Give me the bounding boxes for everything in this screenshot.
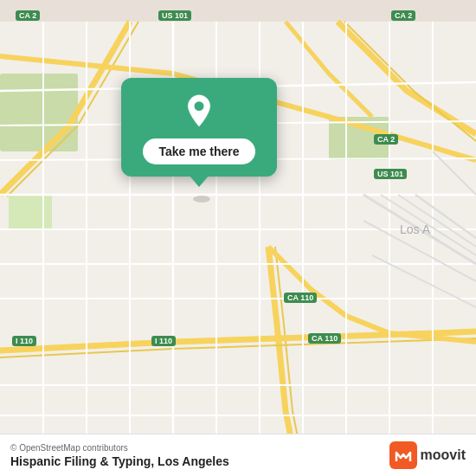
badge-ca2-right: CA 2 bbox=[374, 134, 398, 145]
location-pin-icon bbox=[181, 93, 217, 130]
take-me-there-button[interactable]: Take me there bbox=[143, 138, 254, 164]
map-svg: Los A bbox=[0, 0, 476, 476]
badge-i110-left: I 110 bbox=[12, 336, 36, 346]
map-attribution: © OpenStreetMap contributors bbox=[10, 443, 229, 453]
badge-ca110: CA 110 bbox=[284, 293, 317, 303]
svg-rect-1 bbox=[0, 74, 78, 151]
badge-ca110-b: CA 110 bbox=[308, 333, 341, 344]
badge-us101-right: US 101 bbox=[374, 169, 407, 179]
moovit-brand-text: moovit bbox=[421, 447, 466, 463]
svg-point-24 bbox=[193, 196, 210, 203]
map-container: Los A CA 2 US 101 CA 2 CA 2 US 101 I 110… bbox=[0, 0, 476, 476]
badge-ca2-top-right: CA 2 bbox=[391, 10, 415, 21]
location-name: Hispanic Filing & Typing, Los Angeles bbox=[10, 454, 229, 468]
svg-rect-3 bbox=[9, 195, 52, 229]
popup-card[interactable]: Take me there bbox=[121, 78, 277, 177]
bottom-bar: © OpenStreetMap contributors Hispanic Fi… bbox=[0, 434, 476, 476]
svg-point-25 bbox=[195, 101, 204, 111]
badge-ca2-top-left: CA 2 bbox=[16, 10, 40, 21]
moovit-icon bbox=[389, 441, 417, 469]
badge-i110-bottom: I 110 bbox=[151, 336, 176, 346]
bottom-bar-info: © OpenStreetMap contributors Hispanic Fi… bbox=[10, 443, 229, 468]
moovit-logo: moovit bbox=[389, 441, 466, 469]
svg-text:Los A: Los A bbox=[400, 222, 431, 236]
badge-us101-top: US 101 bbox=[158, 10, 191, 21]
